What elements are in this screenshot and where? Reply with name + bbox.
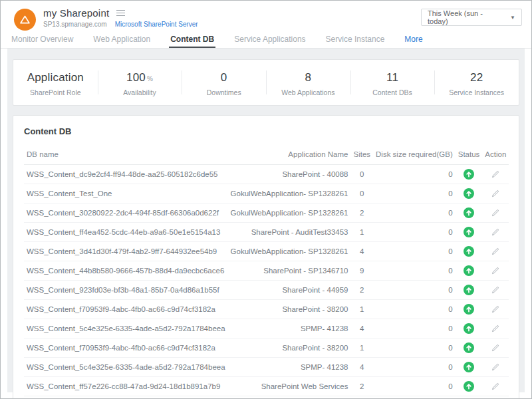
application-name-cell: SharePoint - AuditTest33453 [228,223,351,242]
db-name-cell: WSS_Content_3d41d30f-479f-4ab2-9ff7-6449… [24,242,228,261]
stat-service-instances: 22 Service Instances [434,60,519,105]
application-name-cell: SPMP- 41238 [228,358,351,377]
tab-monitor-overview[interactable]: Monitor Overview [10,35,74,48]
db-name-cell: WSS_Content_44b8b580-9666-457b-88d4-da9e… [24,261,228,281]
table-row: WSS_Content_923fd03e-bf3b-48a1-85b7-0a4d… [24,281,509,300]
status-up-icon [464,188,474,199]
status-up-icon [464,323,474,334]
tab-bar: Monitor Overview Web Application Content… [1,34,531,49]
stat-label: Downtimes [207,88,241,96]
status-up-icon [464,304,474,315]
table-row: WSS_Content_f70953f9-4abc-4fb0-ac66-c9d7… [24,338,509,358]
monitor-title: my Sharepoint [43,7,109,19]
edit-pencil-icon[interactable] [491,324,500,333]
db-name-cell: WSS_Content_dc9e2cf4-ff94-48de-aa25-6051… [24,165,228,184]
disk-size-cell: 0 [373,319,456,338]
edit-pencil-icon[interactable] [491,285,500,295]
db-name-cell: WSS_Content_30280922-2dc4-494f-85df-6630… [24,203,228,223]
server-type-link[interactable]: Microsoft SharePoint Server [115,21,198,28]
sites-cell: 9 [350,261,373,281]
warning-triangle-icon [19,13,31,26]
status-up-icon [464,169,474,180]
sites-cell: 0 [350,184,373,203]
edit-pencil-icon[interactable] [491,362,500,372]
sites-cell: 1 [350,338,373,358]
disk-size-cell: 0 [373,396,456,399]
application-name-cell: SPMP- 41238 [228,396,351,399]
sites-cell: 4 [350,358,373,377]
summary-stats-card: Application SharePoint Role 100% Availab… [13,59,519,106]
stat-value: 0 [221,71,227,84]
table-row: WSS_Content_44b8b580-9666-457b-88d4-da9e… [24,261,509,281]
status-up-icon [464,207,474,218]
application-name-cell: SharePoint - 40088 [228,165,351,184]
edit-pencil-icon[interactable] [491,266,500,275]
tab-service-instance[interactable]: Service Instance [325,35,386,48]
table-row: WSS_Content_dc9e2cf4-ff94-48de-aa25-6051… [24,165,509,184]
period-selector-wrap: This Week (sun - today) ▼ [421,9,522,26]
stat-value: 8 [305,71,312,84]
status-up-icon [464,246,474,257]
sites-cell: 1 [350,223,373,242]
sites-cell: 4 [350,242,373,261]
tab-more[interactable]: More [403,35,424,48]
sites-cell: 0 [350,396,373,399]
status-up-icon [464,342,474,353]
table-body: WSS_Content_dc9e2cf4-ff94-48de-aa25-6051… [24,165,509,399]
disk-size-cell: 0 [373,184,456,203]
status-up-icon [464,381,474,392]
status-up-icon [464,227,474,237]
edit-pencil-icon[interactable] [491,208,500,217]
stat-content-dbs: 11 Content DBs [350,60,435,105]
edit-pencil-icon[interactable] [491,247,500,256]
table-row: WSS_Content_f70953f9-4abc-4fb0-ac66-c9d7… [24,300,509,319]
tab-web-application[interactable]: Web Application [92,35,152,48]
edit-pencil-icon[interactable] [491,382,500,391]
col-header-sites: Sites [350,144,373,165]
period-selector[interactable]: This Week (sun - today) ▼ [421,9,522,26]
db-name-cell: WSS_Content_ff57e226-cc88-47ad-9d24-18d1… [24,377,228,396]
disk-size-cell: 0 [373,281,456,300]
table-row: WSS_Content_5c4e325e-6335-4ade-a5d2-792a… [24,358,509,377]
content-db-title: Content DB [24,126,508,136]
table-row: WSS_Content_30280922-2dc4-494f-85df-6630… [24,203,509,223]
edit-pencil-icon[interactable] [491,227,500,237]
app-window: my Sharepoint SP13.spmanage.com Microsof… [0,0,532,399]
stat-label: Availability [123,88,156,96]
db-name-cell: WSS_Content_Test_One [24,184,228,203]
sites-cell: 1 [350,300,373,319]
sites-cell: 2 [350,377,373,396]
application-name-cell: SharePoint - 44959 [228,281,351,300]
tab-service-applications[interactable]: Service Applications [233,35,307,48]
tab-content-db[interactable]: Content DB [169,35,215,48]
content-area: Application SharePoint Role 100% Availab… [7,49,525,392]
stat-label: Web Applications [281,88,334,96]
content-db-table: DB name Application Name Sites Disk size… [24,144,509,399]
edit-pencil-icon[interactable] [491,305,500,314]
col-header-action: Action [482,144,509,165]
db-name-cell: WSS_Content_Gokul [24,396,228,399]
stat-label: SharePoint Role [30,88,80,96]
table-header-row: DB name Application Name Sites Disk size… [24,144,509,165]
stat-sharepoint-role: Application SharePoint Role [13,60,98,105]
disk-size-cell: 0 [373,242,456,261]
status-up-icon [464,285,474,295]
edit-pencil-icon[interactable] [491,170,500,179]
stat-web-applications: 8 Web Applications [266,60,350,105]
monitor-host: SP13.spmanage.com [43,21,107,28]
table-row: WSS_Content_5c4e325e-6335-4ade-a5d2-792a… [24,319,509,338]
col-header-disk-size: Disk size required(GB) [373,144,456,165]
stat-label: Content DBs [372,88,412,96]
table-row: WSS_Content_Test_One GokulWebApplication… [24,184,509,203]
db-name-cell: WSS_Content_923fd03e-bf3b-48a1-85b7-0a4d… [24,281,228,300]
disk-size-cell: 0 [373,165,456,184]
table-row: WSS_Content_ff4ea452-5cdc-44eb-a9a6-50e1… [24,223,509,242]
stat-downtimes: 0 Downtimes [182,60,266,105]
stat-availability: 100% Availability [98,60,182,105]
edit-pencil-icon[interactable] [491,343,500,352]
edit-pencil-icon[interactable] [491,189,500,198]
disk-size-cell: 0 [373,203,456,223]
hamburger-menu-icon[interactable] [115,9,126,18]
stat-suffix: % [147,75,153,82]
monitor-header: my Sharepoint SP13.spmanage.com Microsof… [1,1,531,34]
